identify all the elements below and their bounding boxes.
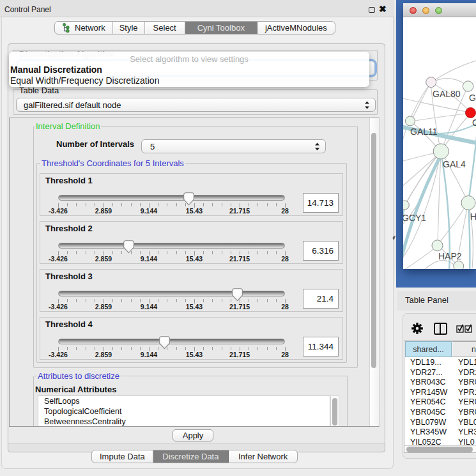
svg-text:GAL80: GAL80	[433, 89, 461, 99]
svg-text:HI: HI	[470, 211, 476, 222]
svg-text:GAL4: GAL4	[443, 159, 466, 169]
svg-text:GCY1: GCY1	[403, 213, 426, 223]
svg-text:C: C	[472, 118, 476, 128]
svg-text:HAP2: HAP2	[438, 251, 462, 261]
svg-text:GAL11: GAL11	[410, 127, 438, 137]
svg-text:GAL2: GAL2	[469, 93, 476, 103]
